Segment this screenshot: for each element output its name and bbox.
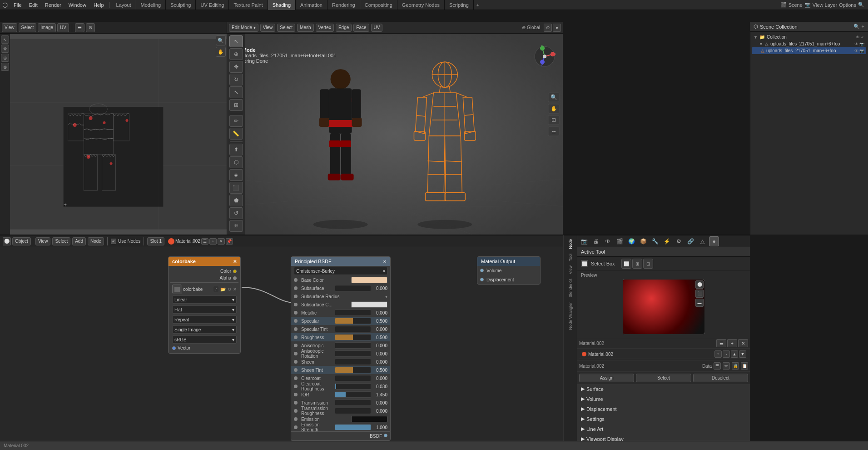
preview-type-sphere[interactable]: ⚪ — [695, 280, 704, 289]
material-browse-btn[interactable]: ☰ — [201, 238, 208, 245]
tool-smooth[interactable]: ≋ — [229, 220, 243, 232]
props-icon-modifier[interactable]: 🔧 — [650, 236, 660, 246]
collection-item-1[interactable]: △ uploads_files_217051_man+6+foo 👁 📷 — [752, 47, 866, 54]
at-tab-tool[interactable]: Tool — [567, 252, 574, 263]
props-icon-world[interactable]: 🌍 — [626, 236, 636, 246]
bsdf-value-base-color[interactable] — [351, 277, 387, 283]
vp-overlay-btn[interactable]: ⊙ — [544, 24, 552, 32]
props-icon-output[interactable]: 🖨 — [591, 236, 601, 246]
bsdf-bar-sheen[interactable] — [335, 359, 371, 365]
vp-face-btn[interactable]: Face — [353, 24, 369, 32]
tab-modeling[interactable]: Modeling — [136, 0, 166, 10]
output-row-volume[interactable]: Volume — [477, 266, 540, 275]
node-type-icon[interactable]: ⚪ — [3, 237, 11, 245]
props-icon-view[interactable]: 👁 — [603, 236, 613, 246]
tab-shading[interactable]: Shading — [268, 0, 296, 10]
props-icon-material[interactable]: ● — [709, 236, 719, 246]
node-colorbake[interactable]: colorbake ✕ Color Alpha — [168, 256, 241, 354]
props-icon-render[interactable]: 📷 — [579, 236, 589, 246]
vp-uv-btn[interactable]: UV — [371, 24, 383, 32]
node-colorspace-select[interactable]: sRGB ▾ — [172, 335, 237, 344]
tab-animation[interactable]: Animation — [296, 0, 327, 10]
tab-sculpting[interactable]: Sculpting — [166, 0, 196, 10]
use-nodes-label[interactable]: Use Nodes — [118, 239, 140, 244]
node-select-btn[interactable]: Select — [52, 237, 70, 245]
bsdf-row-sheen[interactable]: Sheen 0.000 — [291, 358, 390, 366]
tool-bevel[interactable]: ◈ — [229, 169, 243, 181]
node-reload-btn[interactable]: ↻ — [228, 287, 231, 292]
uv-tool-pinch[interactable]: ⊕ — [1, 54, 9, 62]
at-tab-view[interactable]: View — [567, 264, 574, 276]
props-icon-particles[interactable]: ⚡ — [662, 236, 672, 246]
collection-exclude-btn[interactable]: ✓ — [861, 35, 864, 40]
collection-item-0[interactable]: ▼ △ uploads_files_217051_man+6+foo 👁 📷 — [752, 40, 866, 47]
vp-view-btn[interactable]: View — [260, 24, 276, 32]
active-tool-icon-2[interactable]: ⊞ — [632, 259, 642, 269]
props-icon-scene[interactable]: 🎬 — [615, 236, 625, 246]
props-icon-object-data[interactable]: △ — [697, 236, 707, 246]
bsdf-output-socket[interactable] — [384, 434, 387, 437]
uv-tool-grab[interactable]: ✥ — [1, 45, 9, 53]
bsdf-row-subsurface-radius[interactable]: Subsurface Radius ▾ — [291, 292, 390, 300]
tool-extrude[interactable]: ⬆ — [229, 144, 243, 155]
tab-geometry-nodes[interactable]: Geometry Nodes — [397, 0, 445, 10]
mat-browse-btn[interactable]: ☰ — [716, 339, 726, 347]
mat-section-settings-header[interactable]: ▶ Settings — [577, 414, 750, 424]
tab-scripting[interactable]: Scripting — [445, 0, 474, 10]
node-close-img-btn[interactable]: ✕ — [233, 287, 237, 292]
mat-deselect-btn[interactable]: Deselect — [693, 374, 748, 382]
bsdf-close-btn[interactable]: ✕ — [383, 259, 387, 264]
mat-fake-user-btn[interactable]: 🔒 — [732, 362, 739, 370]
tool-poly-build[interactable]: ⬟ — [229, 195, 243, 206]
uv-tool-relax[interactable]: ⊗ — [1, 63, 9, 71]
bsdf-row-clearcoat-roughness[interactable]: Clearcoat Roughness 0.030 — [291, 382, 390, 390]
uv-image-btn[interactable]: Image — [38, 23, 56, 32]
uv-pan-btn[interactable]: ✋ — [216, 47, 226, 57]
mat-section-surface-header[interactable]: ▶ Surface — [577, 384, 750, 394]
bsdf-row-roughness[interactable]: Roughness 0.500 — [291, 333, 390, 341]
output-socket-volume[interactable] — [480, 269, 484, 272]
active-tool-icon-3[interactable]: ⊡ — [643, 259, 653, 269]
menu-window[interactable]: Window — [65, 0, 90, 10]
vp-mesh-btn[interactable]: Mesh — [297, 24, 313, 32]
tool-select[interactable]: ↖ — [229, 35, 243, 47]
bsdf-bar-clearcoat-roughness[interactable] — [335, 383, 371, 390]
bsdf-row-sheen-tint[interactable]: Sheen Tint 0.500 — [291, 366, 390, 374]
node-add-btn[interactable]: Add — [72, 237, 86, 245]
vp-vertex-btn[interactable]: Vertex — [316, 24, 334, 32]
bsdf-bar-clearcoat[interactable] — [335, 375, 371, 381]
bsdf-bar-anisotropic-rot[interactable] — [335, 350, 371, 357]
bsdf-bar-transmission[interactable] — [335, 400, 371, 406]
bsdf-row-metallic[interactable]: Metallic 0.000 — [291, 309, 390, 317]
mat-select-btn[interactable]: Select — [636, 374, 691, 382]
vp-edge-btn[interactable]: Edge — [336, 24, 352, 32]
node-projection-select[interactable]: Single Image ▾ — [172, 325, 237, 334]
at-tab-node[interactable]: Node — [567, 237, 574, 251]
bsdf-row-specular[interactable]: Specular 0.500 — [291, 317, 390, 325]
collection-item-root[interactable]: ▼ 📁 Collection 👁 ✓ — [752, 34, 866, 40]
bsdf-value-subsurface-c[interactable] — [351, 301, 387, 308]
mat-move-down-btn[interactable]: ▼ — [739, 350, 746, 358]
mat-unlink-btn[interactable]: ✕ — [738, 339, 748, 347]
bsdf-bar-ior[interactable] — [335, 391, 371, 398]
tab-uv-editing[interactable]: UV Editing — [196, 0, 229, 10]
bsdf-row-emission-strength[interactable]: Emission Strength 1.000 — [291, 423, 390, 431]
tab-texture-paint[interactable]: Texture Paint — [229, 0, 268, 10]
mesh-render-btn-1[interactable]: 📷 — [859, 49, 864, 53]
node-repeat-select[interactable]: Repeat ▾ — [172, 315, 237, 324]
mesh-visible-btn-0[interactable]: 👁 — [854, 42, 858, 46]
uv-view-btn[interactable]: View — [2, 23, 17, 32]
mat-assign-btn[interactable]: Assign — [579, 374, 634, 382]
node-principled-bsdf[interactable]: Principled BSDF ✕ Christensen-Burley ▾ B… — [291, 256, 391, 441]
node-slot-btn[interactable]: Slot 1 — [147, 237, 164, 245]
node-flat-select[interactable]: Flat ▾ — [172, 305, 237, 314]
mat-browse-data-btn[interactable]: ☰ — [714, 362, 721, 370]
bsdf-row-subsurface[interactable]: Subsurface 0.000 — [291, 284, 390, 292]
bsdf-bar-transmission-roughness[interactable] — [335, 408, 371, 414]
preview-type-plane[interactable]: ▬ — [695, 299, 704, 307]
props-icon-constraints[interactable]: 🔗 — [685, 236, 695, 246]
mat-data-label[interactable]: Data — [702, 364, 712, 369]
menu-help[interactable]: Help — [90, 0, 108, 10]
bsdf-bar-specular-tint[interactable] — [335, 326, 371, 332]
tool-rotate[interactable]: ↻ — [229, 74, 243, 85]
